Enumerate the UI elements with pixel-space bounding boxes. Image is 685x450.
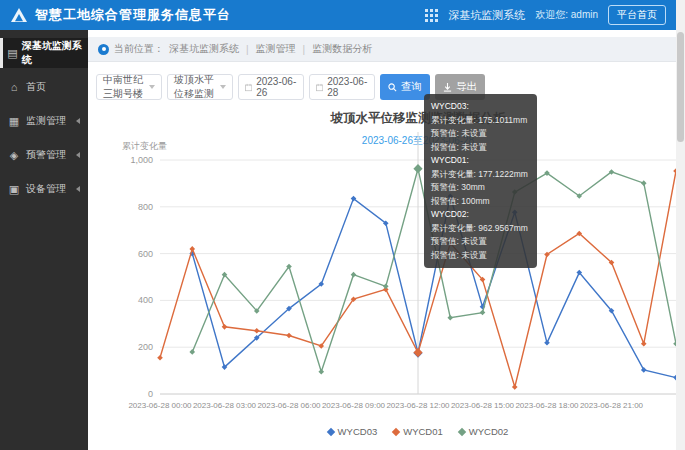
- query-button-label: 查询: [401, 80, 422, 94]
- location-icon: [98, 44, 109, 55]
- legend-marker-icon: [326, 427, 334, 435]
- sidebar-item-label: 预警管理: [26, 148, 66, 162]
- sidebar-item-devices[interactable]: ▣ 设备管理: [0, 174, 88, 204]
- breadcrumb-item[interactable]: 监测数据分析: [312, 42, 372, 56]
- chevron-left-icon: [76, 186, 80, 192]
- export-button[interactable]: 导出: [435, 74, 485, 100]
- chart-canvas[interactable]: 02004006008001,0002023-06-28 00:002023-0…: [96, 98, 680, 448]
- apps-grid-icon[interactable]: [425, 9, 438, 22]
- legend-item[interactable]: WYCD03: [328, 426, 378, 437]
- welcome-text: 欢迎您: admin: [535, 8, 598, 22]
- svg-text:2023-06-28 21:00: 2023-06-28 21:00: [580, 401, 644, 410]
- page-scrollbar[interactable]: [676, 0, 685, 450]
- monitor-icon: ▦: [8, 115, 20, 128]
- svg-text:400: 400: [138, 295, 153, 305]
- filter-toolbar: 中南世纪三期号楼 坡顶水平位移监测 2023-06-26 2023-06-28: [96, 74, 676, 100]
- monitoring-item-select-value: 坡顶水平位移监测: [174, 73, 216, 101]
- breadcrumb-prefix: 当前位置：: [114, 42, 164, 56]
- sidebar-item-label: 首页: [26, 80, 46, 94]
- breadcrumb-separator: |: [301, 44, 308, 55]
- sidebar: ▤ 深基坑监测系统 ⌂ 首页 ▦ 监测管理 ◈ 预警管理 ▣ 设备管理: [0, 30, 88, 450]
- legend-item[interactable]: WYCD02: [459, 426, 509, 437]
- project-select[interactable]: 中南世纪三期号楼: [96, 74, 162, 100]
- scrollbar-thumb[interactable]: [677, 32, 684, 142]
- sidebar-item-label: 监测管理: [26, 114, 66, 128]
- chevron-left-icon: [76, 152, 80, 158]
- breadcrumb-item[interactable]: 深基坑监测系统: [169, 42, 239, 56]
- sidebar-item-monitoring[interactable]: ▦ 监测管理: [0, 106, 88, 136]
- chart-legend: WYCD03WYCD01WYCD02: [160, 426, 676, 437]
- chevron-down-icon: [149, 85, 155, 89]
- legend-item[interactable]: WYCD01: [393, 426, 443, 437]
- end-date-input[interactable]: 2023-06-28: [309, 74, 375, 100]
- sidebar-system-header: ▤ 深基坑监测系统: [0, 38, 88, 68]
- svg-text:2023-06-28 00:00: 2023-06-28 00:00: [128, 401, 192, 410]
- breadcrumb: 当前位置： 深基坑监测系统 | 监测管理 | 监测数据分析: [88, 37, 676, 62]
- svg-text:0: 0: [148, 389, 153, 399]
- legend-marker-icon: [458, 427, 466, 435]
- app-logo-icon: [10, 7, 28, 23]
- end-date-value: 2023-06-28: [327, 76, 368, 98]
- project-select-value: 中南世纪三期号楼: [103, 73, 145, 101]
- chevron-down-icon: [220, 85, 226, 89]
- main-content: 当前位置： 深基坑监测系统 | 监测管理 | 监测数据分析 中南世纪三期号楼 坡…: [88, 30, 676, 450]
- monitoring-item-select[interactable]: 坡顶水平位移监测: [167, 74, 233, 100]
- download-icon: [443, 83, 452, 92]
- current-system-label[interactable]: 深基坑监测系统: [448, 8, 525, 23]
- query-button[interactable]: 查询: [380, 74, 430, 100]
- alert-icon: ◈: [8, 149, 20, 162]
- sidebar-item-label: 设备管理: [26, 182, 66, 196]
- device-icon: ▣: [8, 183, 20, 196]
- search-icon: [388, 83, 397, 92]
- chart-area[interactable]: 坡顶水平位移监测监测数据分析 2023-06-26至2023-06-28 累计变…: [96, 98, 680, 448]
- platform-home-button[interactable]: 平台首页: [608, 5, 666, 25]
- sidebar-item-home[interactable]: ⌂ 首页: [0, 72, 88, 102]
- svg-text:2023-06-28 12:00: 2023-06-28 12:00: [386, 401, 450, 410]
- home-icon: ⌂: [8, 81, 20, 93]
- legend-marker-icon: [392, 427, 400, 435]
- system-icon: ▤: [7, 47, 18, 60]
- start-date-input[interactable]: 2023-06-26: [238, 74, 304, 100]
- sidebar-system-title: 深基坑监测系统: [22, 39, 84, 67]
- svg-text:600: 600: [138, 249, 153, 259]
- top-navbar: 智慧工地综合管理服务信息平台 深基坑监测系统 欢迎您: admin 平台首页: [0, 0, 676, 30]
- svg-text:1,000: 1,000: [130, 155, 153, 165]
- calendar-icon: [245, 83, 252, 92]
- svg-text:2023-06-28 15:00: 2023-06-28 15:00: [451, 401, 515, 410]
- svg-text:2023-06-28 03:00: 2023-06-28 03:00: [193, 401, 257, 410]
- sidebar-item-alerts[interactable]: ◈ 预警管理: [0, 140, 88, 170]
- svg-text:2023-06-28 06:00: 2023-06-28 06:00: [257, 401, 321, 410]
- chevron-left-icon: [76, 118, 80, 124]
- export-button-label: 导出: [456, 80, 477, 94]
- app-title: 智慧工地综合管理服务信息平台: [35, 6, 231, 24]
- svg-text:2023-06-28 09:00: 2023-06-28 09:00: [322, 401, 386, 410]
- breadcrumb-item[interactable]: 监测管理: [256, 42, 296, 56]
- calendar-icon: [316, 83, 323, 92]
- breadcrumb-separator: |: [244, 44, 251, 55]
- svg-text:2023-06-28 18:00: 2023-06-28 18:00: [515, 401, 579, 410]
- svg-text:200: 200: [138, 342, 153, 352]
- svg-text:800: 800: [138, 202, 153, 212]
- start-date-value: 2023-06-26: [256, 76, 297, 98]
